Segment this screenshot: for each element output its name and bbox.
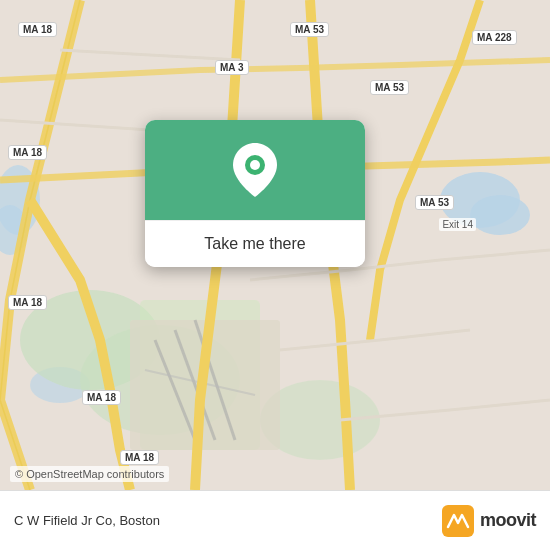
- road-label-ma18-4: MA 18: [82, 390, 121, 405]
- map-container: MA 18 MA 18 MA 18 MA 18 MA 18 MA 3 MA 53…: [0, 0, 550, 490]
- exit-14-label: Exit 14: [439, 218, 476, 231]
- location-name: C W Fifield Jr Co, Boston: [14, 513, 160, 528]
- road-label-ma18-5: MA 18: [120, 450, 159, 465]
- road-label-ma53-2: MA 53: [370, 80, 409, 95]
- svg-point-2: [470, 195, 530, 235]
- moovit-logo: moovit: [442, 505, 536, 537]
- location-card: Take me there: [145, 120, 365, 267]
- svg-point-16: [250, 160, 260, 170]
- road-label-ma53-1: MA 53: [290, 22, 329, 37]
- road-label-ma53-3: MA 53: [415, 195, 454, 210]
- bottom-bar: C W Fifield Jr Co, Boston moovit: [0, 490, 550, 550]
- road-label-ma228: MA 228: [472, 30, 517, 45]
- road-label-ma3: MA 3: [215, 60, 249, 75]
- map-attribution: © OpenStreetMap contributors: [10, 466, 169, 482]
- moovit-text: moovit: [480, 510, 536, 531]
- card-map-preview: [145, 120, 365, 220]
- location-pin-icon: [233, 143, 277, 197]
- take-me-there-button[interactable]: Take me there: [145, 220, 365, 267]
- moovit-icon: [442, 505, 474, 537]
- road-label-ma18-2: MA 18: [8, 145, 47, 160]
- road-label-ma18-3: MA 18: [8, 295, 47, 310]
- road-label-ma18-1: MA 18: [18, 22, 57, 37]
